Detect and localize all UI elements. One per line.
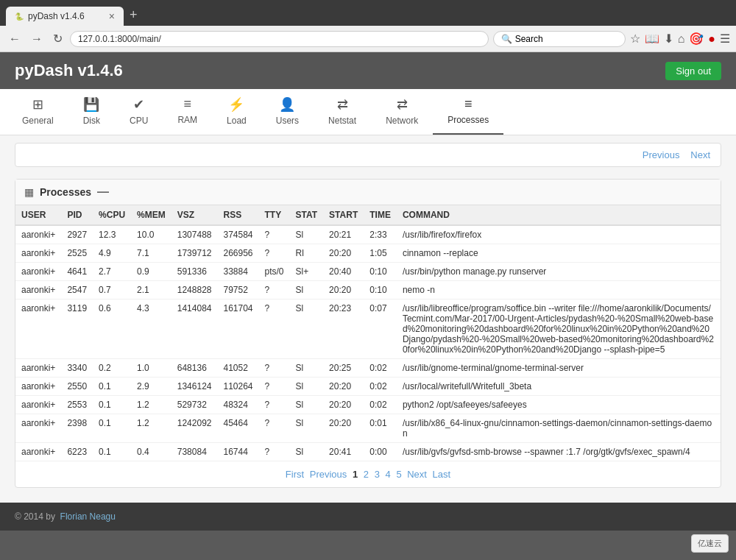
previous-link-bottom[interactable]: Previous bbox=[310, 469, 347, 480]
table-row: aaronki+ 2547 0.7 2.1 1248828 79752 ? Sl… bbox=[15, 281, 721, 300]
cell-start: 20:40 bbox=[323, 263, 364, 281]
nav-back-button[interactable]: ← bbox=[6, 31, 24, 47]
cell-cmd: /usr/bin/python manage.py runserver bbox=[397, 263, 721, 281]
footer: © 2014 by Florian Neagu bbox=[0, 503, 736, 531]
cell-rss: 374584 bbox=[217, 225, 258, 244]
cell-mem: 7.1 bbox=[131, 244, 171, 263]
cell-mem: 2.9 bbox=[131, 378, 171, 396]
sign-out-button[interactable]: Sign out bbox=[665, 62, 721, 80]
menu-icon[interactable]: ☰ bbox=[720, 32, 730, 46]
pocket-icon[interactable]: 🎯 bbox=[689, 32, 704, 46]
footer-author-link[interactable]: Florian Neagu bbox=[60, 511, 116, 522]
cell-vsz: 1414084 bbox=[171, 300, 218, 359]
cell-cpu: 0.1 bbox=[93, 396, 131, 414]
nav-forward-button[interactable]: → bbox=[28, 31, 46, 47]
tab-favicon: 🐍 bbox=[15, 13, 24, 21]
app-wrapper: pyDash v1.4.6 Sign out ⊞ General 💾 Disk … bbox=[0, 52, 736, 531]
search-box[interactable]: 🔍 Search bbox=[493, 31, 626, 47]
cell-pid: 6223 bbox=[61, 443, 93, 461]
app-title: pyDash v1.4.6 bbox=[15, 61, 123, 80]
col-mem: %MEM bbox=[131, 205, 171, 225]
col-vsz: VSZ bbox=[171, 205, 218, 225]
tab-processes-label: Processes bbox=[447, 115, 489, 125]
reader-icon[interactable]: 📖 bbox=[645, 32, 659, 46]
previous-link-top[interactable]: Previous bbox=[643, 149, 680, 160]
cell-stat: Sl bbox=[290, 378, 324, 396]
search-placeholder: Search bbox=[515, 34, 543, 44]
nav-reload-button[interactable]: ↻ bbox=[50, 30, 66, 47]
cell-rss: 33884 bbox=[217, 263, 258, 281]
page-3-link[interactable]: 3 bbox=[375, 469, 380, 480]
page-5-link[interactable]: 5 bbox=[396, 469, 401, 480]
cell-vsz: 591336 bbox=[171, 263, 218, 281]
cell-cpu: 4.9 bbox=[93, 244, 131, 263]
cell-cpu: 0.1 bbox=[93, 443, 131, 461]
tab-load[interactable]: ⚡ Load bbox=[212, 89, 261, 135]
next-link-bottom[interactable]: Next bbox=[407, 469, 427, 480]
cell-start: 20:20 bbox=[323, 378, 364, 396]
browser-tab[interactable]: 🐍 pyDash v1.4.6 × bbox=[6, 7, 124, 26]
footer-text: © 2014 by bbox=[15, 511, 55, 522]
col-pid: PID bbox=[61, 205, 93, 225]
page-2-link[interactable]: 2 bbox=[364, 469, 369, 480]
last-link[interactable]: Last bbox=[433, 469, 451, 480]
cell-cpu: 0.7 bbox=[93, 281, 131, 300]
address-bar: ← → ↻ 127.0.0.1:8000/main/ 🔍 Search ☆ 📖 … bbox=[0, 26, 736, 52]
cell-stat: Sl bbox=[290, 281, 324, 300]
cell-stat: Rl bbox=[290, 244, 324, 263]
pagination-bottom: First Previous 1 2 3 4 5 Next Last bbox=[15, 461, 721, 487]
tab-general[interactable]: ⊞ General bbox=[7, 89, 68, 135]
cell-tty: ? bbox=[259, 414, 290, 443]
bookmark-icon[interactable]: ☆ bbox=[630, 32, 640, 46]
cell-time: 0:00 bbox=[364, 443, 397, 461]
tab-ram[interactable]: ≡ RAM bbox=[163, 89, 212, 135]
cpu-icon: ✔ bbox=[133, 96, 144, 113]
cell-start: 20:25 bbox=[323, 359, 364, 378]
cell-stat: Sl bbox=[290, 359, 324, 378]
tab-network[interactable]: ⇄ Network bbox=[371, 89, 433, 135]
next-link-top[interactable]: Next bbox=[690, 149, 710, 160]
page-1-link[interactable]: 1 bbox=[353, 469, 358, 480]
nav-tabs: ⊞ General 💾 Disk ✔ CPU ≡ RAM ⚡ Load 👤 Us… bbox=[0, 89, 736, 135]
col-command: COMMAND bbox=[397, 205, 721, 225]
cell-start: 20:20 bbox=[323, 281, 364, 300]
first-link[interactable]: First bbox=[286, 469, 304, 480]
home-icon[interactable]: ⌂ bbox=[678, 32, 685, 46]
cell-cmd: /usr/lib/gnome-terminal/gnome-terminal-s… bbox=[397, 359, 721, 378]
load-icon: ⚡ bbox=[228, 96, 244, 113]
table-row: aaronki+ 2550 0.1 2.9 1346124 110264 ? S… bbox=[15, 378, 721, 396]
cell-start: 20:20 bbox=[323, 414, 364, 443]
tab-users[interactable]: 👤 Users bbox=[261, 89, 314, 135]
tab-bar: 🐍 pyDash v1.4.6 × + bbox=[0, 0, 736, 26]
download-icon[interactable]: ⬇ bbox=[664, 32, 673, 46]
tab-processes[interactable]: ≡ Processes bbox=[433, 89, 503, 135]
cell-pid: 3119 bbox=[61, 300, 93, 359]
cell-mem: 1.2 bbox=[131, 414, 171, 443]
tab-netstat-label: Netstat bbox=[328, 116, 356, 126]
cell-tty: ? bbox=[259, 359, 290, 378]
url-box[interactable]: 127.0.0.1:8000/main/ bbox=[70, 31, 489, 47]
cell-tty: ? bbox=[259, 378, 290, 396]
cell-start: 20:23 bbox=[323, 300, 364, 359]
page-4-link[interactable]: 4 bbox=[386, 469, 391, 480]
tab-netstat[interactable]: ⇄ Netstat bbox=[314, 89, 371, 135]
cell-vsz: 648136 bbox=[171, 359, 218, 378]
col-start: START bbox=[323, 205, 364, 225]
cell-cmd: /usr/lib/libreoffice/program/soffice.bin… bbox=[397, 300, 721, 359]
tab-cpu[interactable]: ✔ CPU bbox=[115, 89, 163, 135]
cell-time: 1:05 bbox=[364, 244, 397, 263]
col-user: USER bbox=[15, 205, 61, 225]
content-area: Previous Next ▦ Processes — USER PID %CP… bbox=[0, 135, 736, 503]
cell-tty: ? bbox=[259, 225, 290, 244]
new-tab-button[interactable]: + bbox=[124, 4, 144, 26]
cell-stat: Sl bbox=[290, 396, 324, 414]
cell-tty: ? bbox=[259, 300, 290, 359]
cell-user: aaronki+ bbox=[15, 263, 61, 281]
panel-collapse-button[interactable]: — bbox=[97, 185, 109, 199]
cell-rss: 45464 bbox=[217, 414, 258, 443]
firefox-icon[interactable]: ● bbox=[708, 32, 715, 46]
tab-close-button[interactable]: × bbox=[109, 11, 115, 21]
panel-table-icon: ▦ bbox=[24, 186, 34, 198]
cell-start: 20:21 bbox=[323, 225, 364, 244]
tab-disk[interactable]: 💾 Disk bbox=[68, 89, 115, 135]
